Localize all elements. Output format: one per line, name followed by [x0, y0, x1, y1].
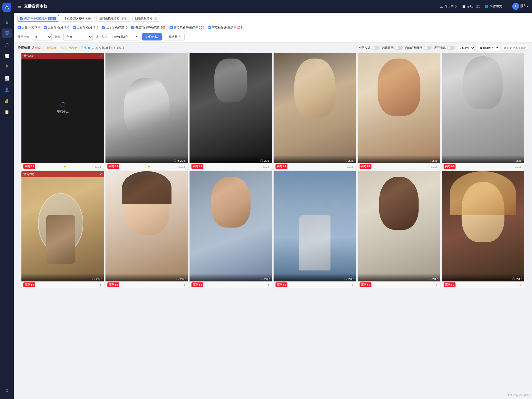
sidebar-item-users[interactable]: 👤: [2, 85, 12, 94]
star-icon-1[interactable]: ★: [64, 165, 66, 168]
sidebar-item-analytics[interactable]: 📈: [2, 73, 12, 83]
speed-select[interactable]: 2.5倍速 1.0倍速 1.5倍速 2.0倍速: [457, 45, 475, 51]
video-card-4[interactable]: 🎧 2'36" 高危 69 21'11": [274, 53, 356, 170]
source-cb-6[interactable]: 有道精品课-融媒体 203: [170, 25, 204, 30]
video-bottom-5: 🎧 2'36": [358, 155, 440, 163]
source-cb-3[interactable]: 云音乐-融媒体 0: [73, 25, 98, 30]
tab-badge-c: 679: [121, 17, 127, 20]
video-card-8[interactable]: 🎧 2'36" 高危 89 21'11": [105, 171, 188, 288]
cb-input-5[interactable]: [131, 26, 134, 29]
export-center-action[interactable]: ☁ 导出中心: [440, 4, 457, 9]
card-footer-3: 高危 69 21'11": [190, 163, 272, 170]
tag-select[interactable]: 所有 高危 中高危 中危 低危 正常: [63, 33, 93, 40]
hint-switch[interactable]: [395, 46, 403, 50]
sort-select[interactable]: 接收时间升 接收时间降 风险值升 风险值降: [110, 33, 139, 40]
sidebar-item-logs[interactable]: 📋: [2, 107, 12, 117]
queue-stat-normal[interactable]: 正常(4): [81, 46, 90, 50]
tab-template-d[interactable]: 他是模版名称 0: [132, 15, 160, 22]
video-card-12[interactable]: 🎧 2'36" 高危 89 21'11": [442, 171, 524, 288]
card-footer-7: 高危 89 21'11": [21, 281, 104, 288]
hint-toggle[interactable]: 选规提示: [382, 46, 403, 50]
release-data-button[interactable]: 释放数据: [165, 33, 185, 40]
sidebar: ⊞ 🎵 📊 📍 📈 👤 🔒 📋 ⚙: [0, 0, 14, 399]
loading-overlay-1: 获取中...: [21, 53, 104, 163]
main-content: ☰ 直播音频审核 ☁ 导出中心 📋 系统日志 🌐 简体中文 T: [14, 0, 532, 399]
source-cb-2[interactable]: 云音乐-融媒体 0: [44, 25, 69, 30]
autoplay-toggle[interactable]: 自动连续播放: [405, 46, 432, 50]
svg-rect-3: [5, 32, 9, 34]
sidebar-item-monitor[interactable]: [2, 29, 12, 38]
queue-stat-low[interactable]: 低危(4): [69, 46, 79, 50]
sidebar-item-settings[interactable]: ⚙: [2, 386, 12, 395]
autoplay-switch[interactable]: [424, 46, 432, 50]
card-footer-10: 高危 69 21'11": [274, 281, 356, 288]
language-action[interactable]: 🌐 简体中文: [484, 4, 502, 9]
barrage-switch[interactable]: [447, 46, 455, 50]
sidebar-item-stats[interactable]: 📊: [2, 51, 12, 61]
duration-2: 2'36": [180, 159, 186, 162]
fetch-data-button[interactable]: 获取数据: [142, 33, 162, 40]
duration-4: 2'36": [348, 159, 354, 162]
cb-input-2[interactable]: [44, 26, 47, 29]
video-card-2[interactable]: 🎧 ■ 2'36" 高危 89 ★ 21'11": [105, 53, 188, 170]
video-card-11[interactable]: 🎧 2'36" 高危 69 21'11": [358, 171, 440, 288]
log-icon: 📋: [462, 5, 466, 8]
queue-stat-mid[interactable]: 中危(3): [58, 46, 67, 50]
video-bottom-8: 🎧 2'36": [105, 273, 188, 281]
cb-input-1[interactable]: [18, 26, 21, 29]
video-bottom-7: 🎧 2'36": [21, 273, 104, 281]
duration-5: 2'36": [432, 159, 438, 162]
display-count-select[interactable]: 6 3 9 12: [32, 33, 52, 40]
tab-label-a: 融媒体审核模版A: [24, 16, 47, 20]
star-icon-2[interactable]: ★: [148, 165, 151, 168]
sidebar-item-location[interactable]: 📍: [2, 62, 12, 72]
video-card-10[interactable]: 🎧 2'36" 高危 69 21'11": [274, 171, 356, 288]
source-cb-4[interactable]: 云音乐-融媒体 0: [102, 25, 127, 30]
time-sort-select[interactable]: 按时间倒序 按时间顺序: [477, 45, 499, 51]
source-cb-1[interactable]: 云音乐-文本 0: [18, 25, 40, 30]
alert-close-7[interactable]: ✕: [99, 172, 102, 176]
queue-stat-high[interactable]: 高危(2): [32, 46, 42, 50]
cb-count-2: 0: [67, 26, 69, 29]
video-bottom-12: 🎧 2'36": [442, 273, 524, 281]
card-time-1: 21'11": [95, 165, 102, 168]
queue-stat-mid-high[interactable]: 中高危(2): [44, 46, 56, 50]
sidebar-item-audio[interactable]: 🎵: [2, 40, 12, 50]
video-card-5[interactable]: 🎧 2'36" 高危 89 21'11": [358, 53, 440, 170]
alert-close-1[interactable]: ✕: [99, 54, 102, 58]
cb-label-5: 有道精品课-融媒体: [135, 25, 160, 30]
fullscreen-switch[interactable]: [372, 46, 380, 50]
system-log-action[interactable]: 📋 系统日志: [462, 4, 480, 9]
source-cb-5[interactable]: 有道精品课-融媒体 203: [131, 25, 166, 30]
tab-template-b[interactable]: 他们是模版名称 679: [61, 15, 95, 22]
cb-input-3[interactable]: [73, 26, 76, 29]
source-cb-7[interactable]: 有道精品课-融媒体 203: [208, 25, 242, 30]
clock-icon: ⏱: [92, 46, 95, 50]
user-menu[interactable]: T ▾: [512, 3, 528, 10]
tab-template-a[interactable]: 融媒体审核模版A 999+: [18, 15, 59, 22]
barrage-toggle[interactable]: 展开弹幕: [434, 46, 455, 50]
video-thumb-5: 🎧 2'36": [358, 53, 440, 163]
video-card-1[interactable]: 警告2次 ✕ 获取中... 高危 89 ★ 21'11": [21, 53, 104, 170]
card-footer-12: 高危 89 21'11": [442, 281, 524, 288]
video-card-7[interactable]: 警告2次 ✕ 🎧 2'36" 高危 89 21'11": [21, 171, 104, 288]
room-height-settings[interactable]: ⚙ 自定义房间高度: [502, 45, 528, 51]
card-time-5: 21'11": [431, 165, 438, 168]
cb-input-6[interactable]: [170, 26, 173, 29]
video-card-6[interactable]: 🎧 2'36" 高危 89 21'11": [442, 53, 524, 170]
cb-input-7[interactable]: [208, 26, 211, 29]
video-card-3[interactable]: 🎧 2'36" 高危 69 21'11": [190, 53, 272, 170]
video-card-9[interactable]: 🎧 2'36" 高危 89 21'11": [190, 171, 272, 288]
sidebar-item-dashboard[interactable]: ⊞: [2, 17, 12, 27]
tab-template-c[interactable]: 他们是模版名称 679: [96, 15, 130, 22]
sidebar-item-security[interactable]: 🔒: [2, 96, 12, 106]
tab-checkbox-a[interactable]: [20, 17, 23, 20]
control-row: 显示路数 6 3 9 12 标签 所有 高危 中高危 中危 低危 正常 排序方式…: [14, 31, 532, 43]
alert-text-1: 警告2次: [23, 54, 34, 58]
menu-toggle-icon[interactable]: ☰: [18, 4, 21, 9]
cb-input-4[interactable]: [102, 26, 105, 29]
video-thumb-3: 🎧 2'36": [190, 53, 272, 163]
fullscreen-toggle[interactable]: 全屏模式: [359, 46, 380, 50]
alert-banner-1: 警告2次 ✕: [21, 53, 104, 59]
duration-10: 2'36": [348, 278, 354, 280]
